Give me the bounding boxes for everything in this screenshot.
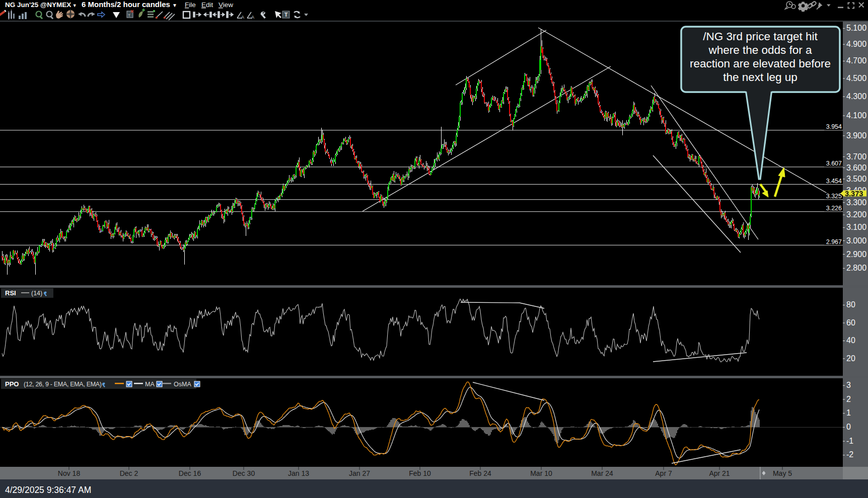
svg-text:3.000: 3.000	[846, 236, 866, 245]
svg-text:60: 60	[846, 318, 855, 327]
svg-text:Jan 13: Jan 13	[288, 469, 309, 477]
svg-text:Nov 18: Nov 18	[58, 469, 81, 477]
svg-text:T: T	[128, 13, 130, 18]
svg-text:Jan 27: Jan 27	[349, 469, 370, 477]
svg-text:3.300: 3.300	[846, 198, 866, 207]
svg-text:OsMA: OsMA	[174, 381, 191, 388]
svg-text:Edit: Edit	[201, 1, 213, 9]
svg-text:3.607: 3.607	[826, 160, 842, 167]
svg-text:-2: -2	[846, 450, 853, 459]
svg-text:3.226: 3.226	[826, 205, 842, 212]
svg-text:Dec 16: Dec 16	[179, 469, 201, 477]
svg-text:Dec 2: Dec 2	[120, 469, 138, 477]
svg-text:T: T	[284, 12, 288, 18]
svg-text:2: 2	[846, 395, 851, 403]
svg-text:3.700: 3.700	[846, 152, 866, 161]
svg-text:MA: MA	[145, 381, 155, 388]
svg-text:Feb 10: Feb 10	[409, 469, 431, 477]
svg-text:2.900: 2.900	[846, 250, 866, 259]
svg-text:PPO: PPO	[5, 380, 19, 388]
svg-text:3.954: 3.954	[826, 123, 842, 130]
svg-text:Apr 21: Apr 21	[709, 469, 730, 477]
svg-text:3: 3	[846, 381, 851, 389]
svg-text:(12, 26, 9 - EMA, EMA, EMA): (12, 26, 9 - EMA, EMA, EMA)	[24, 381, 102, 388]
svg-text:Feb 24: Feb 24	[469, 469, 491, 477]
svg-text:2.800: 2.800	[846, 264, 866, 272]
svg-text:(14): (14)	[31, 290, 42, 297]
svg-text:View: View	[219, 1, 233, 9]
svg-text:reaction are elevated before: reaction are elevated before	[690, 57, 831, 70]
svg-text:2.967: 2.967	[826, 238, 842, 245]
svg-text:3.100: 3.100	[846, 223, 866, 231]
svg-text:3.454: 3.454	[826, 178, 842, 185]
svg-text:Apr 7: Apr 7	[655, 469, 672, 477]
svg-text:6 Months/2 hour candles ▼: 6 Months/2 hour candles ▼	[82, 0, 177, 9]
svg-text:4.500: 4.500	[846, 74, 866, 82]
svg-text:80: 80	[846, 300, 855, 309]
svg-text:A: A	[251, 15, 254, 20]
svg-text:5.100: 5.100	[846, 24, 866, 32]
svg-text:3.500: 3.500	[846, 175, 866, 183]
svg-text:3.373: 3.373	[845, 190, 863, 198]
svg-text:May 5: May 5	[773, 469, 792, 477]
svg-text:where the odds for a: where the odds for a	[708, 44, 812, 56]
svg-text:1: 1	[846, 408, 851, 417]
svg-text:3.325: 3.325	[826, 193, 842, 200]
svg-text:3.900: 3.900	[846, 131, 866, 140]
svg-text:4.900: 4.900	[846, 40, 866, 48]
svg-text:40: 40	[846, 336, 855, 345]
svg-text:-1: -1	[846, 437, 853, 445]
svg-text:0: 0	[846, 423, 851, 431]
svg-text:NG Jun'25 @NYMEX ▼: NG Jun'25 @NYMEX ▼	[5, 1, 77, 9]
svg-text:Dec 30: Dec 30	[233, 469, 255, 477]
svg-text:A: A	[241, 15, 244, 20]
svg-text:RSI: RSI	[5, 289, 16, 297]
svg-text:4/29/2025 9:36:47 AM: 4/29/2025 9:36:47 AM	[5, 485, 91, 495]
svg-text:/NG 3rd price target hit: /NG 3rd price target hit	[703, 30, 818, 43]
svg-text:the next leg up: the next leg up	[723, 71, 798, 84]
svg-text:Mar 10: Mar 10	[530, 469, 552, 477]
svg-text:File: File	[185, 1, 196, 9]
svg-text:4.100: 4.100	[846, 111, 866, 120]
svg-text:20: 20	[846, 354, 855, 363]
svg-text:3.200: 3.200	[846, 210, 866, 219]
svg-text:4.300: 4.300	[846, 92, 866, 101]
svg-text:Mar 24: Mar 24	[591, 469, 613, 477]
svg-text:4.700: 4.700	[846, 56, 866, 65]
svg-text:3.600: 3.600	[846, 163, 866, 172]
